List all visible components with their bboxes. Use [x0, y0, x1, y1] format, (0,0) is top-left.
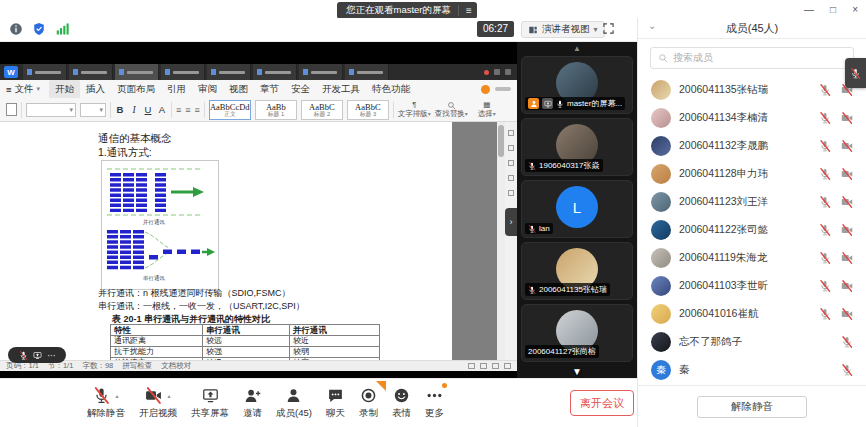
start-video-button[interactable]: ▴ 开启视频	[132, 386, 184, 420]
ribbon-tab-devtools[interactable]: 开发工具	[316, 80, 366, 98]
member-search-input[interactable]: 搜索成员	[650, 47, 854, 69]
ribbon-tab-security[interactable]: 安全	[285, 80, 316, 98]
document-tab[interactable]	[299, 64, 343, 80]
member-row[interactable]: 2006041132李晟鹏	[638, 132, 866, 160]
member-row[interactable]: 2006041123刘王洋	[638, 188, 866, 216]
leave-meeting-button[interactable]: 离开会议	[570, 390, 634, 416]
screen-share-icon	[202, 387, 219, 404]
style-heading3[interactable]: AaBbC标题 3	[347, 100, 389, 120]
document-tab[interactable]	[23, 64, 67, 80]
ribbon-tab-home[interactable]: 开始	[49, 80, 80, 98]
account-avatar[interactable]	[481, 85, 490, 94]
proofread-toggle[interactable]: 文档校对	[161, 361, 191, 371]
network-signal-icon[interactable]	[55, 22, 69, 36]
sidebar-icon[interactable]	[508, 190, 514, 196]
minimize-button[interactable]: —	[804, 4, 814, 15]
scroll-up-arrow[interactable]: ▲	[517, 42, 637, 56]
member-row[interactable]: 2006041135张钻瑞	[638, 76, 866, 104]
collapse-panel-icon[interactable]: ⌄	[648, 20, 656, 31]
video-tile[interactable]: 1906040317张焱	[521, 118, 633, 176]
sidebar-icon[interactable]	[508, 130, 514, 136]
sidebar-expand-tab[interactable]: ›	[505, 208, 517, 236]
font-family-select[interactable]: ▾	[26, 103, 76, 117]
unmute-audio-button[interactable]: ▴ 解除静音	[80, 386, 132, 420]
banner-menu-icon[interactable]: ≡	[466, 6, 472, 16]
more-button[interactable]: 更多	[418, 386, 451, 420]
floating-meeting-controls[interactable]	[8, 347, 66, 363]
view-icon[interactable]	[480, 363, 487, 369]
scrollbar-thumb[interactable]	[498, 125, 504, 157]
member-row[interactable]: 2006041119朱海龙	[638, 244, 866, 272]
select-tool[interactable]: ▦ 选择▾	[472, 101, 502, 118]
paste-button[interactable]	[6, 103, 17, 116]
find-replace-tool[interactable]: 查找替换▾	[435, 101, 468, 119]
ribbon-tab-section[interactable]: 章节	[254, 80, 285, 98]
font-size-select[interactable]: ▾	[80, 103, 106, 117]
member-row[interactable]: 2006041016崔航	[638, 300, 866, 328]
spellcheck-toggle[interactable]: 拼写检查	[122, 361, 152, 371]
align-right-icon[interactable]: ≡	[195, 105, 200, 115]
member-row[interactable]: 秦 秦	[638, 356, 866, 384]
tab-bar-icon[interactable]	[494, 69, 500, 75]
video-tile[interactable]: L lan	[521, 180, 633, 238]
chat-button[interactable]: 聊天	[319, 386, 352, 420]
video-tile[interactable]: 2006041135张钻瑞	[521, 242, 633, 300]
video-options-caret-icon[interactable]: ▴	[167, 392, 170, 399]
document-tab-active[interactable]	[115, 64, 159, 80]
text-layout-tool[interactable]: ¶ 文字排版▾	[398, 101, 431, 118]
member-row[interactable]: 2006041103李世昕	[638, 272, 866, 300]
member-row[interactable]: 2006041134李楠清	[638, 104, 866, 132]
view-mode-button[interactable]: 演讲者视图 ▾	[521, 21, 605, 38]
align-center-icon[interactable]: ≡	[185, 105, 190, 115]
style-normal[interactable]: AaBbCcDd正文	[209, 100, 251, 120]
font-color-button[interactable]: A	[157, 104, 167, 115]
view-icon[interactable]	[492, 363, 499, 369]
share-button-placeholder[interactable]	[495, 87, 511, 91]
document-tab[interactable]	[345, 64, 389, 80]
document-scrollbar[interactable]	[497, 122, 505, 360]
maximize-button[interactable]: □	[830, 4, 836, 15]
fullscreen-icon[interactable]	[602, 22, 615, 35]
ribbon-tab-review[interactable]: 审阅	[192, 80, 223, 98]
sidebar-icon[interactable]	[508, 145, 514, 151]
file-menu[interactable]: ≡ 文件 ▾	[6, 83, 40, 96]
audio-options-caret-icon[interactable]: ▴	[115, 392, 118, 399]
sidebar-icon[interactable]	[508, 160, 514, 166]
share-screen-button[interactable]: 共享屏幕	[184, 386, 236, 420]
view-icon[interactable]	[504, 363, 511, 369]
style-heading1[interactable]: AaBb标题 1	[255, 100, 297, 120]
file-menu-caret-icon: ▾	[37, 85, 41, 93]
view-icon[interactable]	[468, 363, 475, 369]
ribbon-tab-layout[interactable]: 页面布局	[111, 80, 161, 98]
align-left-icon[interactable]: ≡	[176, 105, 181, 115]
record-button[interactable]: 录制	[352, 386, 385, 420]
style-heading2[interactable]: AaBbC标题 2	[301, 100, 343, 120]
ribbon-tab-insert[interactable]: 插入	[80, 80, 111, 98]
sidebar-icon[interactable]	[508, 175, 514, 181]
ribbon-tab-features[interactable]: 特色功能	[366, 80, 416, 98]
bold-button[interactable]: B	[115, 104, 125, 115]
document-tab[interactable]	[161, 64, 205, 80]
unmute-button[interactable]: 解除静音	[697, 396, 807, 418]
tab-bar-icon[interactable]	[505, 69, 511, 75]
member-row[interactable]: 2006041122张司懿	[638, 216, 866, 244]
member-row[interactable]: 2006041128申力玮	[638, 160, 866, 188]
italic-button[interactable]: I	[129, 105, 139, 115]
document-tab[interactable]	[253, 64, 297, 80]
document-tab[interactable]	[207, 64, 251, 80]
security-shield-icon[interactable]	[32, 22, 46, 36]
emoji-button[interactable]: 表情	[385, 386, 418, 420]
meeting-info-icon[interactable]	[9, 22, 23, 36]
close-button[interactable]: ×	[852, 4, 858, 15]
scroll-down-arrow[interactable]: ▼	[517, 366, 637, 377]
video-tile-presenter[interactable]: master的屏幕...	[521, 56, 633, 114]
invite-button[interactable]: 邀请	[236, 386, 269, 420]
member-row[interactable]: 忘不了那鸽子	[638, 328, 866, 356]
ribbon-tab-references[interactable]: 引用	[161, 80, 192, 98]
underline-button[interactable]: U	[143, 104, 153, 115]
banner-divider	[458, 5, 459, 16]
ribbon-tab-view[interactable]: 视图	[223, 80, 254, 98]
video-tile[interactable]: 2006041127张尚榕	[521, 304, 633, 362]
document-tab[interactable]	[69, 64, 113, 80]
members-button[interactable]: 成员(45)	[269, 386, 319, 420]
